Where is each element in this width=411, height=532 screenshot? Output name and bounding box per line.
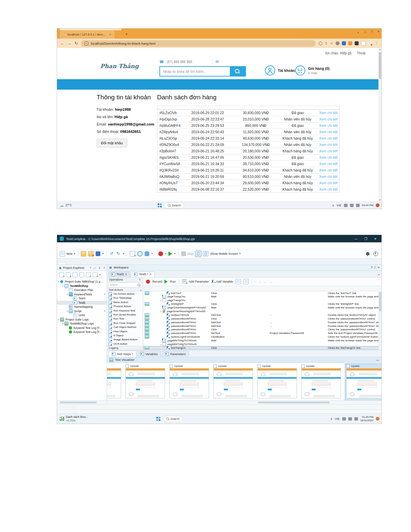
test-step-row[interactable]: linkThoT Click Clicks the 'linkThoT' lin… (143, 291, 381, 295)
editor-tab[interactable]: Parameters (162, 351, 189, 357)
tree-item[interactable]: ∨ TestMilkShop Logs (57, 322, 107, 326)
minimize-icon[interactable]: — (354, 237, 358, 241)
page-scrollbar[interactable]: ▲ ▼ (378, 48, 381, 202)
workspace-tab[interactable] (58, 262, 66, 264)
test-step-row[interactable]: ∨ pageTrangChu (143, 298, 381, 302)
taskbar-search[interactable]: Search (163, 416, 183, 422)
redo-icon[interactable] (116, 251, 121, 256)
search-button[interactable] (230, 67, 245, 76)
expand-arrow-icon[interactable]: ∨ (61, 322, 64, 325)
bottom-tab[interactable] (58, 407, 63, 407)
test-step-row[interactable]: passwordboxMTKhU Click Clicks the 'passw… (143, 317, 381, 321)
chevron-down-icon[interactable]: ▾ (99, 273, 101, 276)
run-icon[interactable] (168, 251, 172, 256)
tray-chevron-icon[interactable]: ∧ (332, 204, 335, 207)
copy-step-icon[interactable] (243, 279, 249, 284)
visualizer-thumbnail[interactable]: Update (301, 364, 341, 400)
expand-arrow-icon[interactable]: ∨ (66, 293, 69, 296)
taskbar-search[interactable]: Search (164, 202, 184, 208)
operation-item[interactable]: Run Script Routine (107, 312, 143, 317)
visualizer-thumbnail[interactable]: Update (257, 364, 297, 400)
expand-arrow-icon[interactable]: ∨ (57, 280, 60, 283)
back-icon[interactable]: ← (60, 41, 64, 45)
tab-close-icon[interactable]: ✕ (150, 273, 152, 276)
extension-orange-icon[interactable] (348, 41, 352, 45)
order-detail-link[interactable]: Xem chi tiết (319, 155, 338, 159)
test-step-row[interactable]: linkNgNhP Click Clicks the 'linkNgNhP' l… (143, 302, 381, 306)
tree-item[interactable]: Test3 (57, 296, 107, 301)
test-step-row[interactable]: passwordboxMTKhU Click Clicks the 'passw… (143, 328, 381, 332)
start-button[interactable] (156, 417, 160, 421)
document-tab[interactable]: Test3 ✕ (108, 272, 130, 277)
help-icon[interactable]: ? (371, 266, 372, 269)
browser-tab[interactable]: localhost / 127.0.0.1 / demxinh / × (60, 30, 115, 39)
rename-item-icon[interactable] (79, 272, 84, 277)
forward-icon[interactable]: → (67, 41, 71, 45)
site-info-icon[interactable]: i (84, 41, 89, 46)
pen-icon[interactable] (354, 417, 358, 421)
tree-item[interactable]: Test5 (57, 301, 107, 305)
refresh-icon[interactable]: ↻ (74, 41, 78, 45)
order-detail-link[interactable]: Xem chi tiết (319, 111, 338, 115)
explorer-hscrollbar[interactable] (57, 401, 107, 404)
order-detail-link[interactable]: Xem chi tiết (319, 168, 338, 172)
update-checkbox[interactable] (169, 365, 173, 368)
notification-badge[interactable] (376, 417, 379, 421)
order-detail-link[interactable]: Xem chi tiết (319, 187, 338, 191)
change-password-button[interactable]: Đổi mật khẩu (97, 139, 127, 147)
operation-item[interactable]: Process Action (107, 304, 143, 308)
tree-item[interactable]: ∨ TestMilkShop (57, 284, 107, 288)
expand-arrow-icon[interactable]: ∨ (57, 318, 60, 321)
weather-temp[interactable]: 27°C (65, 203, 72, 207)
test-step-row[interactable]: passwordboxMTKhU SetText Project.Variabl… (143, 331, 381, 335)
maximize-icon[interactable]: □ (371, 30, 373, 34)
order-detail-link[interactable]: Xem chi tiết (319, 149, 338, 153)
test-step-row[interactable]: textboxTIKhoN DblClick ... Double-clicks… (143, 313, 381, 317)
bottom-tab[interactable] (69, 407, 75, 407)
show-mobile-screen-button[interactable]: Show Mobile Screen▾ (210, 252, 241, 255)
order-detail-link[interactable]: Xem chi tiết (319, 136, 338, 140)
record-icon[interactable] (158, 251, 163, 256)
operation-item[interactable]: Run Code Snippet (107, 321, 143, 325)
tree-item[interactable]: ∨ KeywordTests + (57, 292, 107, 297)
site-logo[interactable]: Phan Thắng (99, 63, 140, 72)
new-button[interactable]: New▾ (60, 251, 75, 256)
tree-item[interactable]: Keyword Test Log [Test3] 16/11/2 (57, 330, 107, 334)
add-variable-icon[interactable]: X (211, 280, 214, 283)
extension-blue-icon[interactable] (342, 41, 346, 45)
editor-tab[interactable]: Test Steps * (108, 351, 136, 357)
tree-item[interactable]: Execution Plan (57, 288, 107, 292)
scrollbar-thumb[interactable] (379, 52, 381, 79)
run-project-icon[interactable] (93, 272, 98, 277)
help-icon[interactable]: ? (90, 266, 91, 270)
operation-item[interactable]: Menu Action (107, 300, 143, 304)
update-checkbox[interactable] (301, 365, 305, 368)
pin-icon[interactable]: ↧ (98, 266, 101, 270)
open-icon[interactable] (81, 251, 86, 256)
tab-list-chevron-icon[interactable]: ▾ (378, 274, 379, 276)
expand-arrow-icon[interactable]: ∨ (159, 310, 162, 312)
cart-widget[interactable]: Giỏ hàng (0) 0 VNĐ (295, 65, 329, 76)
collapse-visualizer-icon[interactable]: — (376, 358, 379, 362)
test-step-row[interactable]: pageTrangChu Wait Waits until the browse… (143, 295, 381, 299)
bottom-tab[interactable] (63, 407, 69, 407)
language-indicator[interactable]: VIE (335, 417, 340, 421)
operations-group2-header[interactable]: Logging (109, 346, 118, 349)
operation-item[interactable]: Run Keyword Test (107, 308, 143, 312)
operations-group-header[interactable]: Test Actions (109, 288, 123, 291)
taskbar-clock[interactable]: 09:44 PM (362, 204, 373, 207)
move-down-icon[interactable]: ↓ (259, 280, 261, 284)
minimize-icon[interactable]: – (364, 30, 366, 34)
restore-icon[interactable]: ❐ (364, 237, 367, 241)
move-left-icon[interactable]: ← (263, 280, 267, 284)
test-step-row[interactable]: ∨ pageBNThNgTinTIKhoN (143, 342, 381, 346)
close-icon[interactable]: ✕ (374, 237, 377, 241)
tree-item[interactable]: ∨ Project Suite 'MilkShop' (1 project) (57, 280, 107, 284)
add-existing-item-icon[interactable] (66, 272, 71, 277)
close-panel-icon[interactable]: × (378, 266, 379, 269)
wifi-icon[interactable] (344, 204, 348, 207)
scroll-up-icon[interactable]: ▲ (378, 48, 381, 51)
close-project-icon[interactable] (88, 251, 94, 256)
extension-gray-icon[interactable] (336, 41, 340, 45)
editor-tab[interactable]: Variables (137, 351, 161, 357)
